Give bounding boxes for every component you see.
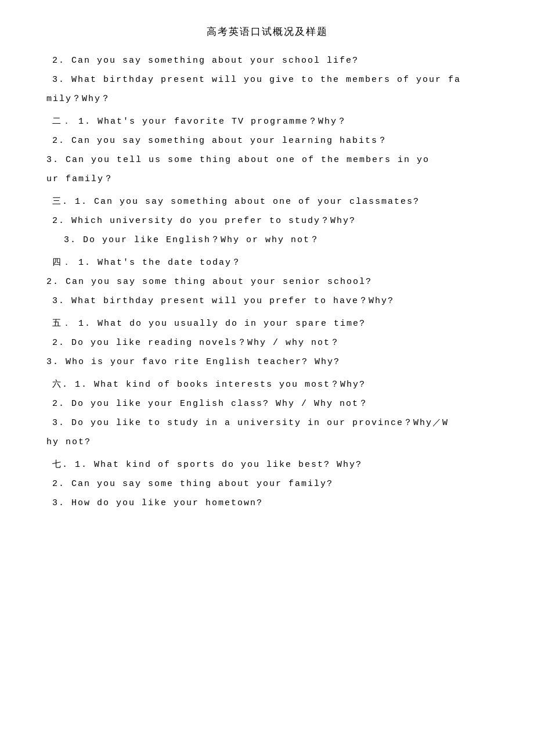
- section-4: 四． 1. What's the date today？2. Can you s…: [35, 254, 499, 309]
- question-continuation: ur family？: [46, 174, 114, 184]
- question-text: 3. Who is your favo rite English teacher…: [46, 357, 340, 367]
- question-text: 三. 1. Can you say something about one of…: [52, 197, 420, 207]
- section-3: 三. 1. Can you say something about one of…: [35, 193, 499, 248]
- question-text: 3. What birthday present will you give t…: [52, 75, 461, 85]
- main-content: 2. Can you say something about your scho…: [35, 52, 499, 511]
- question-text: 六. 1. What kind of books interests you m…: [52, 380, 366, 390]
- question-line: 二． 1. What's your favorite TV programme？…: [52, 113, 499, 129]
- question-text: 3. How do you like your hometown?: [52, 498, 263, 508]
- question-line: 3. Do you like to study in a university …: [52, 414, 499, 431]
- section-1: 2. Can you say something about your scho…: [35, 52, 499, 107]
- question-text: 2. Can you say some thing about your fam…: [52, 479, 333, 489]
- question-line: hy not?: [46, 433, 499, 450]
- question-text: 二． 1. What's your favorite TV programme？…: [52, 117, 347, 127]
- question-text: 2. Can you say some thing about your sen…: [46, 277, 372, 287]
- question-line: 三. 1. Can you say something about one of…: [52, 193, 499, 210]
- question-line: 七. 1. What kind of sports do you like be…: [52, 456, 499, 473]
- question-line: 2. Do you like your English class? Why /…: [52, 395, 499, 412]
- question-continuation: hy not?: [46, 437, 91, 447]
- question-line: 3. How do you like your hometown?: [52, 494, 499, 511]
- question-text: 3. Can you tell us some thing about one …: [46, 155, 430, 165]
- question-text: 2. Do you like your English class? Why /…: [52, 399, 369, 409]
- question-line: 3. Can you tell us some thing about one …: [46, 151, 499, 168]
- question-text: 2. Do you like reading novels？Why / why …: [52, 338, 340, 348]
- question-text: 2. Can you say something about your lear…: [52, 136, 388, 146]
- question-line: 2. Can you say something about your lear…: [52, 132, 499, 149]
- question-text: 五． 1. What do you usually do in your spa…: [52, 319, 366, 329]
- section-6: 六. 1. What kind of books interests you m…: [35, 376, 499, 450]
- question-text: 3. Do you like to study in a university …: [52, 418, 449, 428]
- question-text: 七. 1. What kind of sports do you like be…: [52, 460, 362, 470]
- question-line: 2. Do you like reading novels？Why / why …: [52, 334, 499, 351]
- question-line: 四． 1. What's the date today？: [52, 254, 499, 271]
- page-title: 高考英语口试概况及样题: [35, 23, 499, 41]
- question-line: mily？Why？: [46, 90, 499, 107]
- question-line: 2. Can you say some thing about your sen…: [46, 273, 499, 290]
- question-line: 3. What birthday present will you prefer…: [52, 292, 499, 309]
- question-line: 3. Do your like English？Why or why not？: [64, 231, 499, 248]
- question-line: 3. Who is your favo rite English teacher…: [46, 353, 499, 370]
- question-line: 3. What birthday present will you give t…: [52, 71, 499, 88]
- question-text: 2. Which university do you prefer to stu…: [52, 216, 356, 226]
- section-5: 五． 1. What do you usually do in your spa…: [35, 315, 499, 370]
- section-2: 二． 1. What's your favorite TV programme？…: [35, 113, 499, 187]
- section-7: 七. 1. What kind of sports do you like be…: [35, 456, 499, 511]
- question-line: 五． 1. What do you usually do in your spa…: [52, 315, 499, 332]
- question-line: ur family？: [46, 170, 499, 187]
- question-continuation: mily？Why？: [46, 94, 111, 104]
- question-text: 3. Do your like English？Why or why not？: [64, 235, 320, 245]
- question-text: 四． 1. What's the date today？: [52, 258, 241, 268]
- question-line: 2. Can you say something about your scho…: [52, 52, 499, 69]
- question-text: 3. What birthday present will you prefer…: [52, 296, 394, 306]
- question-line: 六. 1. What kind of books interests you m…: [52, 376, 499, 393]
- question-line: 2. Can you say some thing about your fam…: [52, 475, 499, 492]
- question-line: 2. Which university do you prefer to stu…: [52, 212, 499, 229]
- question-text: 2. Can you say something about your scho…: [52, 56, 359, 66]
